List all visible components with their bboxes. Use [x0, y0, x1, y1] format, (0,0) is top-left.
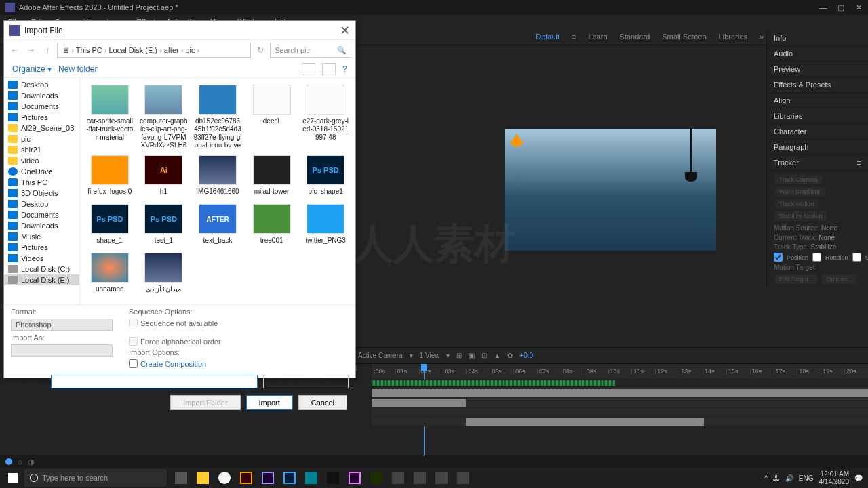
panel-effects-presets[interactable]: Effects & Presets	[767, 77, 868, 93]
taskbar-after-effects[interactable]	[258, 468, 278, 487]
tray-network-icon[interactable]: 🖧	[773, 474, 780, 482]
panel-info[interactable]: Info	[767, 30, 868, 46]
filetype-dropdown[interactable]: All Acceptable Files	[263, 375, 349, 388]
import-folder-button[interactable]: Import Folder	[170, 395, 240, 410]
motion-source-value[interactable]: None	[821, 224, 837, 232]
workspace-default[interactable]: Default	[536, 33, 559, 41]
viewer-gear-icon[interactable]: ✿	[507, 352, 513, 359]
workspace-menu-icon[interactable]: ≡	[572, 33, 576, 41]
tray-chevron-icon[interactable]: ^	[764, 474, 768, 482]
stabilize-motion-button[interactable]: Stabilize Motion	[775, 211, 827, 221]
camera-dropdown[interactable]: Active Camera	[358, 352, 403, 359]
file-item[interactable]: db152ec9678645b1f02e5d4d393ff27e-flying-…	[192, 82, 243, 150]
sidebar-item[interactable]: shir21	[4, 144, 79, 155]
file-item[interactable]: میدان+آزادی	[138, 250, 190, 296]
create-composition-checkbox[interactable]	[129, 359, 138, 368]
file-item[interactable]: Ps PSDtest_1	[138, 201, 190, 247]
cancel-button[interactable]: Cancel	[298, 395, 347, 410]
view-mode-button[interactable]	[302, 63, 315, 75]
dialog-close-button[interactable]: ✕	[340, 23, 350, 38]
workspace-standard[interactable]: Standard	[620, 33, 650, 41]
file-item[interactable]: firefox_logos.0	[84, 152, 136, 199]
breadcrumb[interactable]: 🖥 › This PC› Local Disk (E:)› after› pic…	[57, 43, 251, 58]
sidebar-item[interactable]: Desktop	[4, 79, 79, 90]
taskbar-search[interactable]: Type here to search	[24, 469, 167, 487]
audio-track[interactable]	[372, 379, 868, 388]
nav-up-icon[interactable]: ↑	[41, 45, 54, 55]
filename-input[interactable]	[51, 375, 258, 388]
file-item[interactable]: computer-graphics-clip-art-png-favpng-L7…	[138, 82, 190, 150]
view-count[interactable]: 1 View	[420, 352, 440, 359]
sidebar-item[interactable]: Pictures	[4, 242, 79, 253]
file-item[interactable]: tree001	[246, 201, 298, 247]
workspace-libraries[interactable]: Libraries	[719, 33, 747, 41]
sidebar-item[interactable]: Music	[4, 231, 79, 242]
viewer-camera-icon[interactable]: ▲	[494, 352, 500, 359]
file-item[interactable]: twitter_PNG3	[300, 201, 351, 247]
file-item[interactable]: Aih1	[138, 152, 190, 199]
start-button[interactable]	[3, 468, 23, 488]
tray-volume-icon[interactable]: 🔊	[785, 474, 793, 482]
clock[interactable]: 12:01 AM 4/14/2020	[819, 470, 850, 485]
help-icon[interactable]: ?	[342, 64, 347, 74]
file-item[interactable]: AFTERtext_back	[192, 201, 243, 247]
viewer-exposure[interactable]: +0.0	[519, 352, 533, 359]
viewer-snap-icon[interactable]: ⊡	[481, 352, 487, 359]
timeline-tracks[interactable]	[372, 379, 868, 455]
panel-menu-icon[interactable]: ≡	[857, 159, 861, 167]
system-tray[interactable]: ^ 🖧 🔊 ENG 12:01 AM 4/14/2020 💬	[764, 470, 865, 485]
layer-track[interactable]	[372, 388, 868, 398]
timeline-ruler[interactable]: :00s 01s 02s 03s 04s 05s 06s 07s 08s 09s…	[372, 364, 868, 379]
sidebar-item[interactable]: Documents	[4, 209, 79, 220]
file-item[interactable]: deer1	[246, 82, 298, 150]
warp-stabilizer-button[interactable]: Warp Stabilizer	[775, 187, 825, 197]
close-button[interactable]: ✕	[854, 3, 863, 12]
import-button[interactable]: Import	[246, 395, 293, 410]
taskbar-app4[interactable]	[431, 468, 452, 487]
timeline-panel[interactable]: ↯ :00s 01s 02s 03s 04s 05s 06s 07s 08s 0…	[353, 363, 868, 455]
panel-character[interactable]: Character	[767, 124, 868, 140]
nav-back-icon[interactable]: ←	[8, 45, 22, 55]
file-item[interactable]: IMG16461660	[192, 152, 243, 199]
preview-pane-button[interactable]	[322, 63, 336, 75]
position-checkbox[interactable]	[774, 253, 783, 262]
rotation-checkbox[interactable]	[812, 253, 821, 262]
track-motion-button[interactable]: Track Motion	[775, 199, 818, 209]
file-item[interactable]: e27-dark-grey-led-0318-15021997 48	[300, 82, 351, 150]
file-item[interactable]: Ps PSDshape_1	[84, 201, 136, 247]
file-item[interactable]: unnamed	[84, 250, 136, 296]
dialog-sidebar[interactable]: DesktopDownloadsDocumentsPicturesAI29_Sc…	[4, 78, 80, 304]
sidebar-item[interactable]: Videos	[4, 253, 79, 264]
sidebar-item[interactable]: Local Disk (E:)	[4, 274, 79, 285]
sidebar-item[interactable]: AI29_Scene_03	[4, 123, 79, 134]
taskbar-app[interactable]	[323, 468, 343, 487]
maximize-button[interactable]: ▢	[837, 3, 845, 12]
sidebar-item[interactable]: Pictures	[4, 112, 79, 123]
taskbar-explorer[interactable]	[193, 468, 213, 487]
new-folder-button[interactable]: New folder	[58, 64, 97, 74]
chevron-down-icon[interactable]: ▾	[410, 352, 413, 359]
taskbar-app2[interactable]	[388, 468, 408, 487]
sidebar-item[interactable]: video	[4, 155, 79, 166]
viewer-mask-icon[interactable]: ▣	[469, 352, 475, 359]
refresh-icon[interactable]: ↻	[254, 45, 267, 55]
sidebar-item[interactable]: Downloads	[4, 220, 79, 231]
layer-track[interactable]	[372, 417, 868, 426]
panel-preview[interactable]: Preview	[767, 62, 868, 77]
sidebar-item[interactable]: Local Disk (C:)	[4, 264, 79, 274]
minimize-button[interactable]: —	[819, 3, 827, 12]
sidebar-item[interactable]: OneDrive	[4, 166, 79, 177]
viewer-grid-icon[interactable]: ⊞	[456, 352, 462, 359]
workspace-small-screen[interactable]: Small Screen	[662, 33, 706, 41]
scale-checkbox[interactable]	[852, 253, 861, 262]
sidebar-item[interactable]: pic	[4, 134, 79, 144]
sidebar-item[interactable]: Documents	[4, 101, 79, 112]
taskbar-app5[interactable]	[453, 468, 473, 487]
task-view-button[interactable]	[171, 468, 191, 487]
options-button[interactable]: Options...	[822, 274, 856, 284]
sidebar-item[interactable]: Downloads	[4, 90, 79, 101]
panel-align[interactable]: Align	[767, 93, 868, 108]
notifications-icon[interactable]: 💬	[854, 474, 863, 482]
taskbar-3dsmax[interactable]	[301, 468, 321, 487]
panel-paragraph[interactable]: Paragraph	[767, 140, 868, 155]
